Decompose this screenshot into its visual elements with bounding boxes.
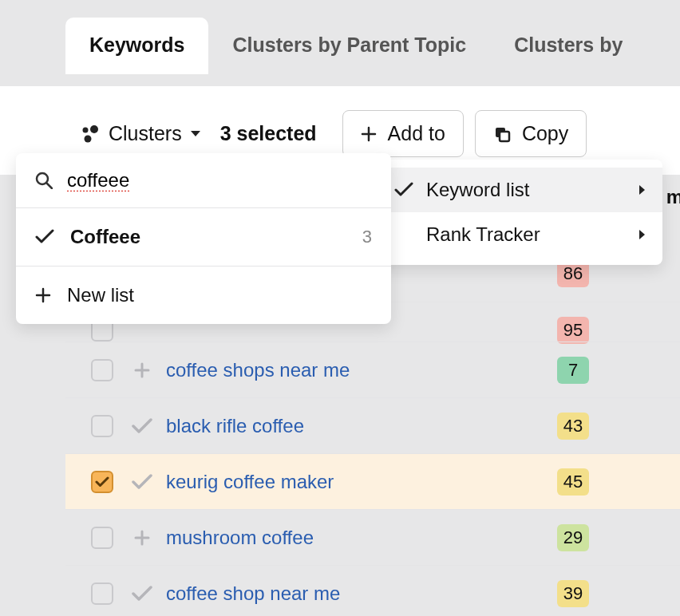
kd-badge: 45 [557, 468, 589, 496]
search-icon [35, 172, 53, 189]
result-count: 3 [362, 227, 372, 247]
clusters-dropdown-button[interactable]: Clusters [80, 122, 201, 145]
caret-down-icon [190, 130, 201, 138]
search-row [16, 153, 391, 208]
toolbar: Clusters 3 selected Add to Copy [80, 110, 680, 157]
plus-icon [35, 287, 51, 303]
keyword-link[interactable]: mushroom coffee [166, 527, 314, 549]
volume-cell: 141 [640, 527, 680, 549]
add-to-button[interactable]: Add to [342, 110, 464, 157]
row-checkbox[interactable] [91, 471, 113, 493]
kd-cell: 43 [555, 413, 591, 440]
tab-keywords[interactable]: Keywords [65, 18, 208, 74]
kd-cell: 7 [555, 357, 591, 384]
tab-clusters-by[interactable]: Clusters by [490, 18, 646, 74]
plus-icon [361, 126, 377, 142]
kd-badge: 29 [557, 524, 589, 551]
add-to-label: Add to [388, 122, 445, 145]
new-list-button[interactable]: New list [16, 267, 391, 324]
volume-cell: 283 [640, 359, 680, 381]
row-checkbox[interactable] [91, 582, 113, 605]
volume-cell: 163 [640, 415, 680, 437]
table-row: coffee shop near me39137 [65, 565, 680, 616]
svg-point-2 [85, 135, 92, 142]
volume-cell: 741 [640, 263, 680, 285]
check-icon [35, 229, 54, 245]
keyword-list-search-panel: Coffeee 3 New list [16, 153, 391, 324]
kd-badge: 7 [557, 357, 589, 384]
table-row: coffee shops near me7283 [65, 342, 680, 397]
tabs-bar: Keywords Clusters by Parent Topic Cluste… [0, 0, 680, 74]
clusters-label: Clusters [109, 122, 182, 145]
search-input[interactable] [67, 169, 372, 192]
kd-cell: 39 [555, 580, 591, 607]
kd-cell: 29 [555, 524, 591, 551]
table-row: black rifle coffee43163 [65, 397, 680, 453]
dropdown-item-label: Keyword list [426, 179, 529, 201]
check-icon [394, 182, 418, 198]
tab-clusters-parent-topic[interactable]: Clusters by Parent Topic [208, 18, 490, 74]
chevron-right-icon [638, 184, 646, 195]
svg-point-0 [83, 127, 89, 132]
plus-icon[interactable] [125, 361, 160, 379]
volume-cell: 474 [640, 319, 680, 342]
row-checkbox[interactable] [91, 415, 113, 437]
check-icon[interactable] [125, 586, 160, 602]
copy-icon [493, 125, 511, 143]
keyword-link[interactable]: coffee shop near me [166, 582, 340, 605]
dropdown-item-label: Rank Tracker [426, 223, 540, 246]
kd-cell: 45 [555, 468, 591, 496]
volume-cell: 163 [640, 471, 680, 493]
column-header-fragment: m [666, 186, 680, 208]
chevron-right-icon [638, 229, 646, 240]
dropdown-item-keyword-list[interactable]: Keyword list [375, 168, 662, 212]
svg-point-1 [90, 125, 98, 133]
list-result-row[interactable]: Coffeee 3 [16, 208, 391, 267]
add-to-dropdown: Keyword list Rank Tracker [375, 160, 662, 265]
row-checkbox[interactable] [91, 527, 113, 549]
svg-line-6 [47, 184, 52, 188]
keyword-link[interactable]: coffee shops near me [166, 359, 350, 381]
selected-count-label: 3 selected [220, 122, 317, 145]
dropdown-item-rank-tracker[interactable]: Rank Tracker [375, 212, 662, 257]
svg-point-5 [37, 173, 48, 184]
volume-cell: 137 [640, 582, 680, 605]
table-row: mushroom coffee29141 [65, 509, 680, 565]
copy-label: Copy [522, 122, 568, 145]
keyword-link[interactable]: black rifle coffee [166, 415, 304, 437]
check-icon[interactable] [125, 474, 160, 490]
kd-badge: 39 [557, 580, 589, 607]
row-checkbox[interactable] [91, 359, 113, 381]
keyword-link[interactable]: keurig coffee maker [166, 471, 334, 493]
new-list-label: New list [67, 284, 134, 306]
kd-cell: 95 [555, 317, 591, 344]
check-icon[interactable] [125, 418, 160, 434]
copy-button[interactable]: Copy [475, 110, 587, 157]
table-row: keurig coffee maker45163 [65, 453, 680, 509]
cluster-icon [80, 124, 101, 144]
plus-icon[interactable] [125, 529, 160, 547]
svg-rect-4 [500, 132, 509, 141]
result-label: Coffeee [70, 226, 346, 248]
kd-badge: 95 [557, 317, 589, 344]
kd-badge: 43 [557, 413, 589, 440]
